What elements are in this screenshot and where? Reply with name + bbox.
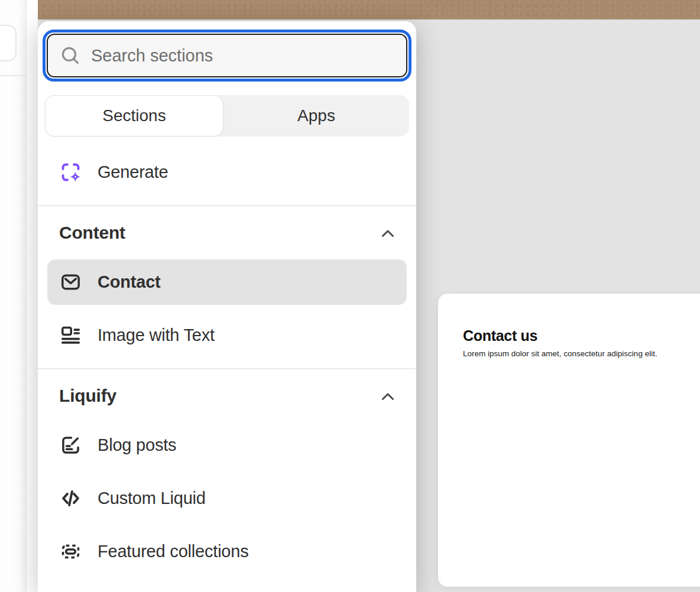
chevron-up-icon[interactable] xyxy=(379,226,397,239)
tab-apps[interactable]: Apps xyxy=(223,95,409,136)
rail-gap xyxy=(28,0,38,592)
generate-label: Generate xyxy=(98,162,168,182)
generate-sparkle-icon xyxy=(60,161,82,183)
section-item-label: Contact xyxy=(98,272,161,292)
search-input[interactable] xyxy=(91,46,394,66)
group-title: Content xyxy=(59,223,125,243)
section-item-custom-liquid[interactable]: Custom Liquid xyxy=(47,476,407,521)
section-item-contact[interactable]: Contact xyxy=(47,259,407,305)
preview-hero-image xyxy=(38,0,700,19)
search-icon xyxy=(60,45,82,67)
rail-divider xyxy=(0,75,27,76)
generate-item[interactable]: Generate xyxy=(47,149,407,195)
divider xyxy=(38,368,416,369)
group-header-liquify[interactable]: Liquify xyxy=(45,377,409,415)
theme-editor-stage: Contact us Lorem ipsum dolor sit amet, c… xyxy=(0,0,700,592)
tab-bar: Sections Apps xyxy=(45,95,409,136)
preview-body-text: Lorem ipsum dolor sit amet, consectetur … xyxy=(463,349,657,358)
preview-heading: Contact us xyxy=(463,327,537,344)
add-section-popup: Sections Apps Generate Content xyxy=(38,21,416,592)
section-item-label: Custom Liquid xyxy=(98,489,206,508)
blog-edit-icon xyxy=(60,434,82,456)
section-item-featured-collections[interactable]: Featured collections xyxy=(47,529,407,574)
group-header-content[interactable]: Content xyxy=(45,214,409,252)
rail-partial-button[interactable] xyxy=(0,25,17,61)
left-rail xyxy=(0,0,27,592)
section-item-label: Featured collections xyxy=(98,542,249,561)
search-focus-ring xyxy=(43,30,411,82)
envelope-icon xyxy=(60,271,82,293)
contact-section-preview: Contact us Lorem ipsum dolor sit amet, c… xyxy=(438,294,700,587)
featured-collections-icon xyxy=(60,541,82,562)
tab-sections[interactable]: Sections xyxy=(45,95,223,136)
section-item-label: Image with Text xyxy=(98,326,215,345)
section-item-label: Blog posts xyxy=(98,435,176,455)
code-icon xyxy=(60,487,82,509)
group-title: Liquify xyxy=(59,386,116,406)
divider xyxy=(38,205,416,206)
section-item-blog-posts[interactable]: Blog posts xyxy=(47,422,407,468)
chevron-up-icon[interactable] xyxy=(379,389,397,402)
search-field[interactable] xyxy=(47,34,407,77)
image-with-text-icon xyxy=(60,324,82,346)
section-item-image-with-text[interactable]: Image with Text xyxy=(47,313,407,358)
